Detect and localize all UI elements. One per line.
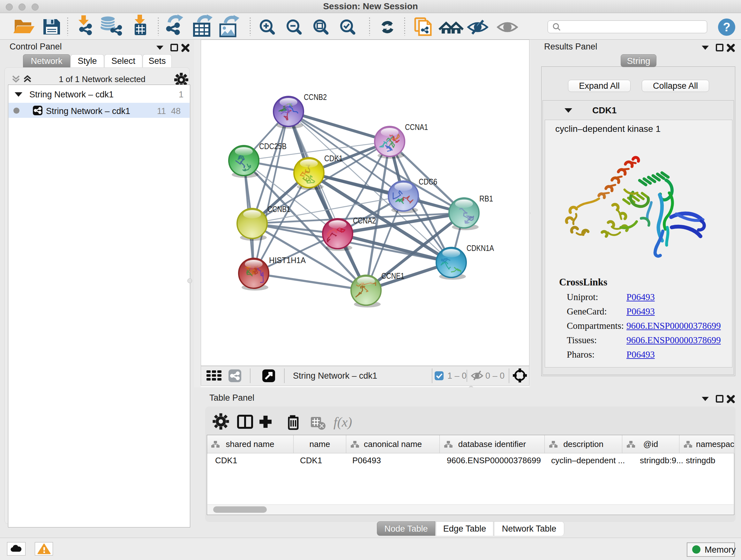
svg-text:CCNA1: CCNA1 — [405, 122, 428, 132]
svg-text:1 – 0: 1 – 0 — [448, 371, 467, 381]
svg-text:CCNB1: CCNB1 — [267, 204, 290, 214]
svg-text:CCNB2: CCNB2 — [304, 92, 327, 102]
svg-text:CDKN1A: CDKN1A — [467, 243, 494, 253]
svg-text:CDK1: CDK1 — [324, 153, 343, 163]
svg-text:CCNA2: CCNA2 — [353, 216, 376, 226]
svg-text:f(x): f(x) — [333, 415, 352, 430]
svg-text:String Network – cdk1: String Network – cdk1 — [293, 371, 377, 381]
svg-text:0 – 0: 0 – 0 — [485, 371, 504, 381]
svg-text:CDC25B: CDC25B — [259, 141, 286, 151]
svg-text:HIST1H1A: HIST1H1A — [269, 255, 306, 265]
svg-text:CCNE1: CCNE1 — [381, 271, 404, 281]
svg-text:CDC6: CDC6 — [419, 177, 437, 186]
svg-text:RB1: RB1 — [479, 194, 493, 203]
